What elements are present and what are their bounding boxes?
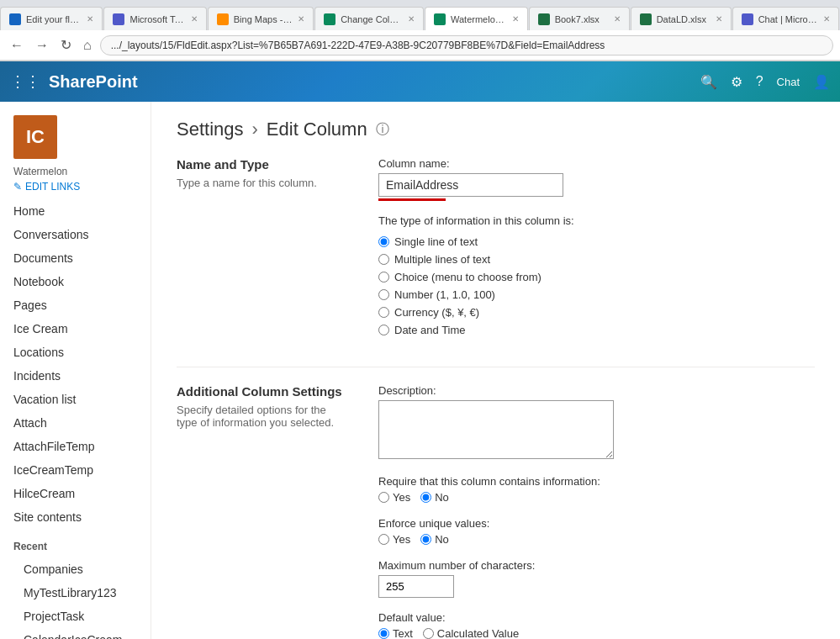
radio-single-line[interactable]: Single line of text xyxy=(378,235,815,248)
page-header: Settings › Edit Column ⓘ xyxy=(177,119,815,140)
tab-watermelon[interactable]: Watermelon -... ✕ xyxy=(425,7,528,30)
radio-datetime[interactable]: Date and Time xyxy=(378,324,815,336)
sidebar-item-pages[interactable]: Pages xyxy=(0,293,151,317)
default-calculated[interactable]: Calculated Value xyxy=(423,627,519,639)
tab-chat[interactable]: Chat | Microso... ✕ xyxy=(732,7,839,30)
max-chars-label: Maximum number of characters: xyxy=(378,559,815,572)
home-button[interactable]: ⌂ xyxy=(80,36,95,55)
sharepoint-logo: SharePoint xyxy=(49,72,138,92)
sidebar-item-site-contents[interactable]: Site contents xyxy=(0,505,151,529)
sidebar-item-projecttask[interactable]: ProjectTask xyxy=(0,605,151,628)
radio-single-line-input[interactable] xyxy=(378,236,389,247)
name-type-title: Name and Type xyxy=(177,157,345,172)
radio-number[interactable]: Number (1, 1.0, 100) xyxy=(378,288,815,301)
tab-bing-maps[interactable]: Bing Maps - C... ✕ xyxy=(208,7,314,30)
enforce-unique-label: Enforce unique values: xyxy=(378,517,815,530)
default-text-label: Text xyxy=(393,627,413,639)
pencil-icon: ✎ xyxy=(13,181,22,193)
enforce-unique-no[interactable]: No xyxy=(420,533,449,546)
sidebar: IC Watermelon ✎ EDIT LINKS Home Conversa… xyxy=(0,102,151,639)
max-chars-field: Maximum number of characters: xyxy=(378,559,815,598)
tab-close-icon[interactable]: ✕ xyxy=(823,14,830,24)
enforce-unique-yes-input[interactable] xyxy=(378,534,389,545)
require-info-no[interactable]: No xyxy=(420,491,449,504)
tab-close-icon[interactable]: ✕ xyxy=(87,14,93,24)
tab-favicon xyxy=(113,13,124,25)
radio-single-line-label: Single line of text xyxy=(394,235,478,248)
enforce-unique-yes[interactable]: Yes xyxy=(378,533,410,546)
require-info-field: Require that this column contains inform… xyxy=(378,475,815,504)
require-info-yes-input[interactable] xyxy=(378,492,389,503)
sidebar-item-attachfiletemp[interactable]: AttachFileTemp xyxy=(0,435,151,458)
sidebar-item-documents[interactable]: Documents xyxy=(0,246,151,270)
default-calculated-input[interactable] xyxy=(423,628,434,639)
tab-close-icon[interactable]: ✕ xyxy=(716,14,722,24)
enforce-unique-no-input[interactable] xyxy=(420,534,431,545)
description-label: Description: xyxy=(378,384,815,397)
description-field: Description: xyxy=(378,384,815,462)
radio-choice-input[interactable] xyxy=(378,272,389,283)
radio-currency[interactable]: Currency ($, ¥, €) xyxy=(378,306,815,319)
search-icon[interactable]: 🔍 xyxy=(700,74,717,90)
chat-label[interactable]: Chat xyxy=(777,76,800,88)
default-text[interactable]: Text xyxy=(378,627,413,639)
tab-favicon xyxy=(9,13,21,25)
tab-favicon xyxy=(742,13,753,25)
sidebar-item-icecream[interactable]: Ice Cream xyxy=(0,317,151,341)
tab-favicon xyxy=(217,13,229,25)
section-divider xyxy=(177,367,815,367)
sidebar-item-locations[interactable]: Locations xyxy=(0,341,151,364)
radio-number-input[interactable] xyxy=(378,289,389,300)
settings-icon[interactable]: ⚙ xyxy=(731,74,742,90)
sidebar-item-incidents[interactable]: Incidents xyxy=(0,364,151,388)
info-icon[interactable]: ⓘ xyxy=(376,121,389,139)
address-input[interactable] xyxy=(100,35,833,55)
sidebar-item-home[interactable]: Home xyxy=(0,199,151,223)
description-textarea[interactable] xyxy=(378,400,614,459)
tab-close-icon[interactable]: ✕ xyxy=(408,14,415,24)
breadcrumb-separator: › xyxy=(252,119,258,140)
tab-close-icon[interactable]: ✕ xyxy=(191,14,198,24)
radio-multiple-lines[interactable]: Multiple lines of text xyxy=(378,253,815,266)
tab-ms-teams[interactable]: Microsoft Tea... ✕ xyxy=(103,7,206,30)
require-info-radio-group: Yes No xyxy=(378,491,815,504)
radio-datetime-input[interactable] xyxy=(378,325,389,335)
max-chars-input[interactable] xyxy=(378,575,454,598)
sidebar-item-hilcecream[interactable]: HilceCream xyxy=(0,482,151,505)
waffle-icon[interactable]: ⋮⋮ xyxy=(10,72,40,91)
tab-close-icon[interactable]: ✕ xyxy=(512,14,519,24)
tab-datald[interactable]: DataLD.xlsx ✕ xyxy=(631,7,732,30)
forward-button[interactable]: → xyxy=(32,36,52,55)
column-type-label: The type of information in this column i… xyxy=(378,214,815,227)
reload-button[interactable]: ↻ xyxy=(57,35,75,55)
back-button[interactable]: ← xyxy=(7,36,27,55)
sidebar-item-attach[interactable]: Attach xyxy=(0,411,151,435)
radio-choice[interactable]: Choice (menu to choose from) xyxy=(378,271,815,283)
tab-change-column[interactable]: Change Colum... ✕ xyxy=(314,7,424,30)
sidebar-item-companies[interactable]: Companies xyxy=(0,557,151,581)
edit-links-button[interactable]: ✎ EDIT LINKS xyxy=(13,181,151,193)
user-avatar[interactable]: 👤 xyxy=(813,74,830,90)
tab-close-icon[interactable]: ✕ xyxy=(614,14,621,24)
tab-close-icon[interactable]: ✕ xyxy=(298,14,304,24)
address-bar-row: ← → ↻ ⌂ xyxy=(0,30,840,61)
require-info-no-input[interactable] xyxy=(420,492,431,503)
sidebar-item-mytestlibrary[interactable]: MyTestLibrary123 xyxy=(0,581,151,605)
column-name-input[interactable] xyxy=(378,173,563,197)
sidebar-item-icecreamtemp[interactable]: IceCreamTemp xyxy=(0,458,151,482)
sidebar-item-notebook[interactable]: Notebook xyxy=(0,270,151,293)
sidebar-item-vacation-list[interactable]: Vacation list xyxy=(0,388,151,411)
require-info-yes-label: Yes xyxy=(393,491,410,504)
sidebar-item-calendaricecream[interactable]: CalendarIceCream xyxy=(0,628,151,639)
require-info-yes[interactable]: Yes xyxy=(378,491,410,504)
sidebar-nav: Home Conversations Documents Notebook Pa… xyxy=(0,199,151,639)
radio-multiple-lines-input[interactable] xyxy=(378,254,389,265)
sidebar-item-conversations[interactable]: Conversations xyxy=(0,223,151,246)
help-icon[interactable]: ? xyxy=(756,74,763,89)
radio-currency-input[interactable] xyxy=(378,307,389,318)
default-text-input[interactable] xyxy=(378,628,389,639)
tab-edit-flow[interactable]: Edit your flow... ✕ xyxy=(0,7,103,30)
breadcrumb: Settings › Edit Column ⓘ xyxy=(177,119,815,140)
default-value-radio-group: Text Calculated Value xyxy=(378,627,815,639)
tab-book7[interactable]: Book7.xlsx ✕ xyxy=(529,7,630,30)
